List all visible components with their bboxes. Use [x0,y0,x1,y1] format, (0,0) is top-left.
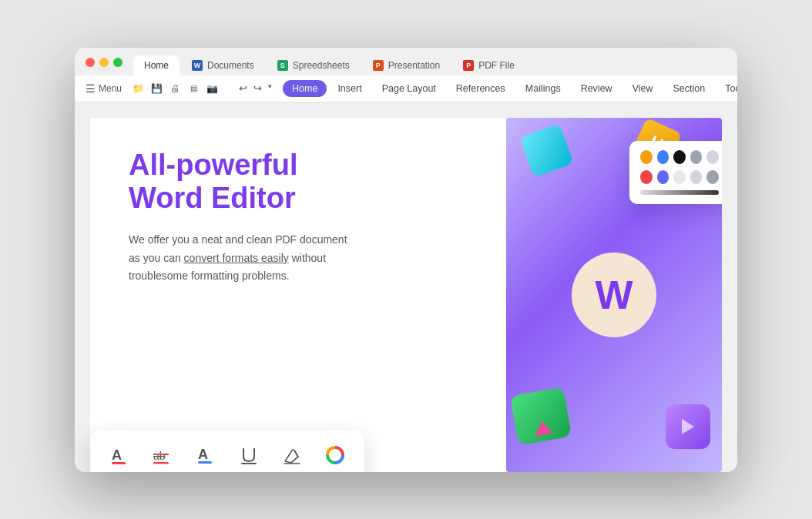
nav-review[interactable]: Review [572,80,622,97]
tab-presentation-label: Presentation [388,60,440,71]
underline-icon [238,444,260,466]
deco-purple-card [666,404,710,449]
hamburger-icon: ☰ [86,82,96,95]
color-black[interactable] [673,150,686,164]
document-body: We offer you a neat and clean PDF docume… [129,231,352,286]
app-window: Home W Documents S Spreedsheets P Presen… [75,48,737,472]
w-letter-icon: W [595,275,632,315]
svg-text:A: A [112,447,122,463]
toolbar-file-icons: 📁 💾 🖨 ▤ 📷 [131,82,219,95]
color-light-gray[interactable] [706,150,719,164]
hero-image: H W [506,118,722,472]
deco-teal-shape [519,123,573,177]
deco-green-card [510,387,572,445]
nav-section[interactable]: Section [664,80,715,97]
menu-button[interactable]: ☰ Menu [86,82,122,95]
documents-icon: W [192,60,203,71]
tab-spreadsheets[interactable]: S Spreedsheets [267,55,361,75]
document-area: All-powerful Word Editor We offer you a … [90,118,506,472]
strikethrough-button[interactable]: ab [149,441,176,469]
tab-home-label: Home [144,60,169,71]
tab-pdf[interactable]: P PDF File [452,55,525,75]
w-logo: W [572,253,656,337]
color-wheel-button[interactable] [321,441,349,469]
save-icon[interactable]: 💾 [149,82,163,95]
menu-label: Menu [99,83,122,94]
undo-icon[interactable]: ↩ [237,81,249,95]
color-indigo[interactable] [657,170,669,184]
print-icon[interactable]: 🖨 [168,82,182,95]
nav-items: Home Insert Page Layout References Maili… [283,80,737,97]
tabs-row: Home W Documents S Spreedsheets P Presen… [133,55,726,75]
color-gray2[interactable] [690,170,703,184]
presentation-icon: P [373,60,384,71]
erase-button[interactable] [278,441,306,469]
svg-rect-6 [198,461,212,464]
tab-presentation[interactable]: P Presentation [362,55,451,75]
svg-point-10 [332,452,338,458]
title-line1: All-powerful [129,149,298,181]
svg-rect-1 [112,462,126,464]
tab-home[interactable]: Home [133,55,180,75]
redo-icon[interactable]: ↪ [252,81,263,95]
color-gray[interactable] [690,150,703,164]
color-wheel-icon [324,444,346,466]
titlebar: Home W Documents S Spreedsheets P Presen… [75,48,737,75]
svg-text:A: A [198,447,208,462]
pdf-icon: P [463,60,474,71]
color-row-2 [640,170,719,184]
nav-home[interactable]: Home [283,80,327,97]
text-color-button[interactable]: A [106,441,133,469]
tab-spreadsheets-label: Spreedsheets [293,60,350,71]
color-slider[interactable] [640,190,719,195]
open-folder-icon[interactable]: 📁 [131,82,145,95]
bottom-toolbar: A ab A [90,430,364,472]
color-red[interactable] [640,170,653,184]
color-yellow[interactable] [640,150,653,164]
main-content: All-powerful Word Editor We offer you a … [75,102,737,472]
toolbar: ☰ Menu 📁 💾 🖨 ▤ 📷 ↩ ↪ ▾ Home Insert Page … [75,75,737,102]
nav-references[interactable]: References [447,80,515,97]
tab-documents[interactable]: W Documents [181,55,265,75]
color-blue[interactable] [657,150,669,164]
document-title: All-powerful Word Editor [129,149,360,216]
svg-text:ab: ab [153,450,166,462]
nav-page-layout[interactable]: Page Layout [373,80,445,97]
nav-mailings[interactable]: Mailings [516,80,570,97]
close-button[interactable] [86,58,95,67]
color-mid-gray[interactable] [706,170,719,184]
nav-insert[interactable]: Insert [328,80,371,97]
maximize-button[interactable] [113,58,122,67]
color-picker-popup [629,141,722,204]
title-line2: Word Editor [129,182,296,214]
tab-documents-label: Documents [207,60,254,71]
camera-icon[interactable]: 📷 [205,82,219,95]
svg-rect-4 [153,462,169,464]
underline-button[interactable] [235,441,263,469]
tab-pdf-label: PDF File [478,60,515,71]
dropdown-arrow-icon[interactable]: ▾ [267,81,273,95]
spreadsheets-icon: S [277,60,288,71]
minimize-button[interactable] [99,58,109,67]
erase-icon [281,444,303,466]
underline-text-button[interactable]: A [192,441,220,469]
traffic-lights [86,58,122,73]
strikethrough-icon: ab [152,444,173,466]
play-triangle-icon [682,419,694,434]
color-row-1 [640,150,719,164]
triangle-icon [532,419,553,436]
nav-view[interactable]: View [623,80,663,97]
underline-text-icon: A [195,444,216,466]
text-color-icon: A [109,444,130,466]
undo-redo-group: ↩ ↪ ▾ [237,81,273,95]
print2-icon[interactable]: ▤ [186,82,200,95]
nav-tools[interactable]: Tools [716,80,737,97]
body-text: We offer you a neat and clean PDF docume… [129,231,352,286]
underlined-text: convert formats easily [184,252,289,264]
color-very-light-gray[interactable] [673,170,686,184]
